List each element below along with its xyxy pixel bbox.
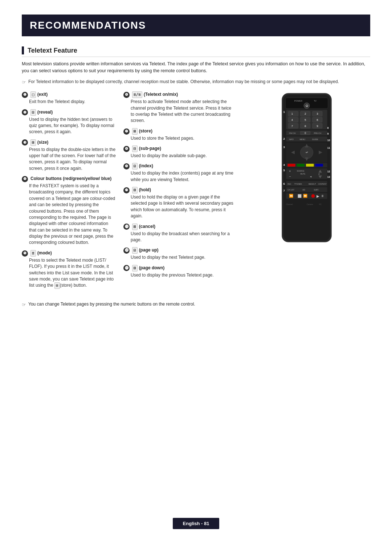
feature-desc-10: Used to hold the display on a given page… [131,194,236,220]
feature-title-1: ❶ □ (exit) [22,91,116,98]
svg-text:5: 5 [283,169,285,172]
note-block-1: ☞ For Teletext information to be display… [22,78,370,86]
feature-num-8: ❽ [123,146,130,152]
svg-text:1: 1 [283,110,285,114]
svg-text:6: 6 [283,182,285,185]
feature-icon-1: □ [30,91,36,98]
feature-num-10: ❿ [123,187,130,193]
svg-text:AD: AD [302,189,305,191]
feature-item-13: ⓭ ⊞ (page down) Used to display the prev… [123,265,236,278]
page-footer: English - 81 [0,518,392,529]
intro-paragraph: Most television stations provide written… [22,61,370,75]
feature-item-3: ❸ ⊞ (size) Press to display the double-s… [22,139,116,172]
feature-label-11: (cancel) [139,224,155,230]
svg-text:5: 5 [305,118,306,122]
feature-desc-8: Used to display the available sub-page. [131,153,236,159]
svg-text:12: 12 [327,170,330,173]
feature-label-4: Colour buttons (red/green/yellow/ blue) [30,176,111,182]
feature-title-5: ❺ ≡ (mode) [22,250,116,257]
feature-desc-2: Used to display the hidden text (answers… [29,116,116,135]
feature-num-7: ❼ [123,128,130,135]
feature-item-8: ❽ ⊟ (sub-page) Used to display the avail… [123,146,236,159]
svg-text:INFO: INFO [289,138,294,140]
svg-text:P: P [318,173,320,175]
page-title: RECOMMENDATIONS [30,20,362,31]
feature-label-2: (reveal) [37,109,53,115]
feature-num-6: ❻ [123,92,130,98]
svg-text:+: + [289,169,291,173]
feature-num-11: ⓫ [123,224,130,230]
svg-text:Channel: Channel [286,204,293,205]
feature-item-11: ⓫ ⊠ (cancel) Used to display the broadca… [123,224,236,244]
feature-icon-11: ⊠ [132,224,138,230]
feature-label-8: (sub-page) [139,146,161,152]
note-icon-1: ☞ [22,79,26,86]
features-mid-column: ❻ ≡/≋ (Teletext on/mix) Press to activat… [123,91,236,282]
feature-label-6: (Teletext on/mix) [144,91,178,98]
svg-text:CONTENT: CONTENT [318,183,327,185]
feature-title-4: ❹ Colour buttons (red/green/yellow/ blue… [22,176,116,182]
svg-rect-80 [298,195,302,198]
feature-label-13: (page down) [139,265,165,271]
feature-num-13: ⓭ [123,265,130,271]
bottom-note: ☞ You can change Teletext pages by press… [22,301,370,308]
svg-rect-52 [297,164,305,167]
feature-label-12: (page up) [139,247,159,253]
svg-text:Camera: Camera [307,204,313,205]
feature-desc-13: Used to display the previous Teletext pa… [131,272,236,278]
svg-text:◄: ◄ [310,176,312,178]
svg-text:REC: REC [287,183,291,185]
note-text-1: For Teletext information to be displayed… [28,78,339,85]
feature-title-3: ❸ ⊞ (size) [22,139,116,146]
svg-text:TV: TV [314,100,317,102]
svg-rect-54 [315,164,323,167]
feature-item-5: ❺ ≡ (mode) Press to select the Teletext … [22,250,116,289]
feature-label-9: (index) [139,163,153,169]
feature-item-7: ❼ ⊠ (store) Used to store the Teletext p… [123,128,236,142]
svg-text:4: 4 [291,118,293,122]
feature-num-3: ❸ [22,139,28,146]
feature-title-7: ❼ ⊠ (store) [123,128,236,135]
feature-label-10: (hold) [139,187,151,193]
feature-num-12: ⓬ [123,248,130,254]
feature-title-12: ⓬ ⊡ (page up) [123,247,236,254]
svg-text:7: 7 [291,124,293,128]
svg-text:MUTE: MUTE [300,173,306,175]
features-left-column: ❶ □ (exit) Exit from the Teletext displa… [22,91,116,293]
feature-desc-3: Press to display the double-size letters… [29,147,116,172]
main-content-area: ❶ □ (exit) Exit from the Teletext displa… [22,91,370,293]
svg-text:10: 10 [327,139,330,142]
svg-text:3: 3 [283,146,285,149]
feature-title-11: ⓫ ⊠ (cancel) [123,224,236,230]
svg-text:8: 8 [327,127,329,129]
feature-item-9: ❾ ⊡ (index) Used to display the index (c… [123,163,236,183]
svg-rect-21 [288,123,298,128]
svg-text:7: 7 [283,189,285,193]
feature-title-9: ❾ ⊡ (index) [123,163,236,169]
feature-desc-11: Used to display the broadcast when searc… [131,231,236,244]
feature-icon-5: ≡ [30,250,36,257]
section-heading: Teletext Feature [22,46,370,57]
feature-title-6: ❻ ≡/≋ (Teletext on/mix) [123,91,236,98]
svg-text:4: 4 [283,163,285,167]
svg-text:6: 6 [317,118,318,122]
feature-item-1: ❶ □ (exit) Exit from the Teletext displa… [22,91,116,105]
remote-control-svg: POWER TV ⏻ 1 1 2 3 4 5 [278,91,336,244]
feature-desc-7: Used to store the Teletext pages. [131,135,236,142]
svg-text:SUBT.: SUBT. [314,189,319,191]
svg-text:⏩: ⏩ [303,193,308,198]
feature-num-4: ❹ [22,176,28,182]
svg-text:MENU: MENU [299,138,305,140]
feature-icon-7: ⊠ [132,128,138,135]
feature-label-7: (store) [139,128,152,134]
feature-title-8: ❽ ⊟ (sub-page) [123,146,236,152]
svg-text:PRE-CH: PRE-CH [314,132,322,134]
feature-icon-9: ⊡ [132,163,138,169]
svg-text:9: 9 [317,124,318,128]
svg-text:CH LIST: CH LIST [287,189,294,191]
store-icon-inline: ⊠ [54,282,60,289]
feature-label-1: (exit) [37,91,48,98]
feature-num-9: ❾ [123,163,130,169]
svg-text:↵: ↵ [306,151,309,154]
page-header: RECOMMENDATIONS [22,15,370,36]
